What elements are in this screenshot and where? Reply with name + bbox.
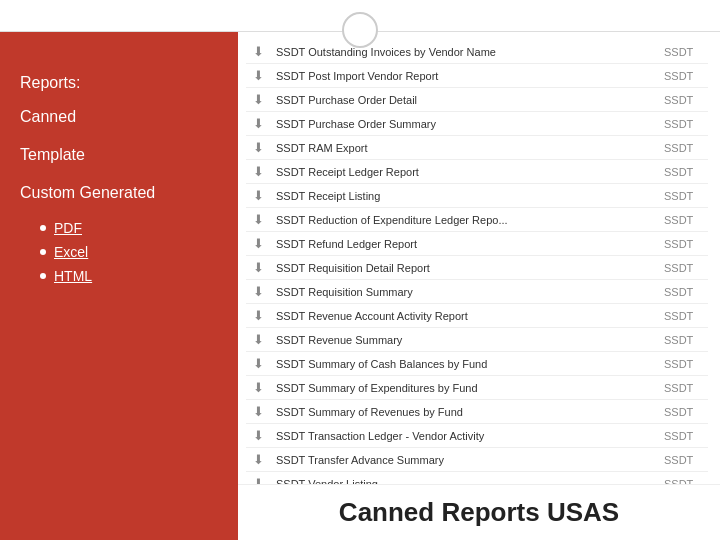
sidebar: Reports: Canned Template Custom Generate… xyxy=(0,32,238,540)
download-cell[interactable]: ⬇ xyxy=(246,376,270,400)
download-icon[interactable]: ⬇ xyxy=(253,44,264,59)
table-row: ⬇ SSDT Summary of Expenditures by Fund S… xyxy=(246,376,708,400)
report-name-cell: SSDT Transaction Ledger - Vendor Activit… xyxy=(270,424,658,448)
download-icon[interactable]: ⬇ xyxy=(253,140,264,155)
sidebar-sub-items: PDF Excel HTML xyxy=(0,212,238,292)
download-cell[interactable]: ⬇ xyxy=(246,352,270,376)
download-cell[interactable]: ⬇ xyxy=(246,208,270,232)
sidebar-sub-item-excel[interactable]: Excel xyxy=(30,240,238,264)
report-name-cell: SSDT Purchase Order Summary xyxy=(270,112,658,136)
table-row: ⬇ SSDT Reduction of Expenditure Ledger R… xyxy=(246,208,708,232)
download-icon[interactable]: ⬇ xyxy=(253,476,264,484)
report-name-cell: SSDT RAM Export xyxy=(270,136,658,160)
table-row: ⬇ SSDT Purchase Order Summary SSDT xyxy=(246,112,708,136)
download-icon[interactable]: ⬇ xyxy=(253,212,264,227)
download-icon[interactable]: ⬇ xyxy=(253,92,264,107)
download-cell[interactable]: ⬇ xyxy=(246,304,270,328)
report-source-cell: SSDT xyxy=(658,112,708,136)
report-name-cell: SSDT Post Import Vendor Report xyxy=(270,64,658,88)
sidebar-item-custom-generated[interactable]: Custom Generated xyxy=(0,174,238,212)
reports-label: Reports: xyxy=(0,62,238,98)
sidebar-item-canned[interactable]: Canned xyxy=(0,98,238,136)
download-icon[interactable]: ⬇ xyxy=(253,452,264,467)
report-source-cell: SSDT xyxy=(658,280,708,304)
download-cell[interactable]: ⬇ xyxy=(246,448,270,472)
download-icon[interactable]: ⬇ xyxy=(253,428,264,443)
bullet-icon xyxy=(40,225,46,231)
download-icon[interactable]: ⬇ xyxy=(253,332,264,347)
download-cell[interactable]: ⬇ xyxy=(246,400,270,424)
download-icon[interactable]: ⬇ xyxy=(253,284,264,299)
report-source-cell: SSDT xyxy=(658,304,708,328)
download-cell[interactable]: ⬇ xyxy=(246,232,270,256)
sidebar-sub-item-html[interactable]: HTML xyxy=(30,264,238,288)
download-icon[interactable]: ⬇ xyxy=(253,116,264,131)
report-source-cell: SSDT xyxy=(658,184,708,208)
report-source-cell: SSDT xyxy=(658,256,708,280)
report-name-cell: SSDT Revenue Summary xyxy=(270,328,658,352)
report-source-cell: SSDT xyxy=(658,352,708,376)
report-name-cell: SSDT Summary of Revenues by Fund xyxy=(270,400,658,424)
report-name-cell: SSDT Requisition Detail Report xyxy=(270,256,658,280)
table-row: ⬇ SSDT Outstanding Invoices by Vendor Na… xyxy=(246,40,708,64)
download-cell[interactable]: ⬇ xyxy=(246,88,270,112)
bottom-label-section: Canned Reports USAS xyxy=(238,484,720,540)
download-icon[interactable]: ⬇ xyxy=(253,260,264,275)
download-icon[interactable]: ⬇ xyxy=(253,188,264,203)
table-row: ⬇ SSDT Requisition Summary SSDT xyxy=(246,280,708,304)
report-source-cell: SSDT xyxy=(658,400,708,424)
report-source-cell: SSDT xyxy=(658,88,708,112)
download-icon[interactable]: ⬇ xyxy=(253,236,264,251)
sidebar-item-template[interactable]: Template xyxy=(0,136,238,174)
download-icon[interactable]: ⬇ xyxy=(253,404,264,419)
content-area: ⬇ SSDT Outstanding Invoices by Vendor Na… xyxy=(238,32,720,540)
table-row: ⬇ SSDT Transfer Advance Summary SSDT xyxy=(246,448,708,472)
top-bar-circle xyxy=(342,12,378,48)
report-name-cell: SSDT Purchase Order Detail xyxy=(270,88,658,112)
download-cell[interactable]: ⬇ xyxy=(246,424,270,448)
report-source-cell: SSDT xyxy=(658,208,708,232)
download-cell[interactable]: ⬇ xyxy=(246,112,270,136)
download-icon[interactable]: ⬇ xyxy=(253,68,264,83)
report-name-cell: SSDT Vendor Listing xyxy=(270,472,658,485)
download-cell[interactable]: ⬇ xyxy=(246,280,270,304)
report-name-cell: SSDT Requisition Summary xyxy=(270,280,658,304)
report-source-cell: SSDT xyxy=(658,448,708,472)
report-name-cell: SSDT Summary of Cash Balances by Fund xyxy=(270,352,658,376)
table-row: ⬇ SSDT Summary of Revenues by Fund SSDT xyxy=(246,400,708,424)
report-name-cell: SSDT Summary of Expenditures by Fund xyxy=(270,376,658,400)
report-source-cell: SSDT xyxy=(658,472,708,485)
report-source-cell: SSDT xyxy=(658,376,708,400)
download-cell[interactable]: ⬇ xyxy=(246,184,270,208)
bottom-label-title: Canned Reports USAS xyxy=(258,497,700,528)
table-row: ⬇ SSDT Refund Ledger Report SSDT xyxy=(246,232,708,256)
download-cell[interactable]: ⬇ xyxy=(246,40,270,64)
reports-table: ⬇ SSDT Outstanding Invoices by Vendor Na… xyxy=(246,40,708,484)
download-cell[interactable]: ⬇ xyxy=(246,160,270,184)
download-icon[interactable]: ⬇ xyxy=(253,356,264,371)
download-cell[interactable]: ⬇ xyxy=(246,472,270,485)
report-source-cell: SSDT xyxy=(658,328,708,352)
report-source-cell: SSDT xyxy=(658,64,708,88)
download-cell[interactable]: ⬇ xyxy=(246,256,270,280)
table-row: ⬇ SSDT Post Import Vendor Report SSDT xyxy=(246,64,708,88)
report-source-cell: SSDT xyxy=(658,160,708,184)
download-icon[interactable]: ⬇ xyxy=(253,308,264,323)
download-cell[interactable]: ⬇ xyxy=(246,64,270,88)
bullet-icon xyxy=(40,273,46,279)
report-source-cell: SSDT xyxy=(658,40,708,64)
sidebar-sub-item-pdf[interactable]: PDF xyxy=(30,216,238,240)
download-icon[interactable]: ⬇ xyxy=(253,164,264,179)
download-cell[interactable]: ⬇ xyxy=(246,328,270,352)
main-layout: Reports: Canned Template Custom Generate… xyxy=(0,32,720,540)
table-row: ⬇ SSDT Receipt Ledger Report SSDT xyxy=(246,160,708,184)
report-name-cell: SSDT Transfer Advance Summary xyxy=(270,448,658,472)
download-icon[interactable]: ⬇ xyxy=(253,380,264,395)
download-cell[interactable]: ⬇ xyxy=(246,136,270,160)
report-source-cell: SSDT xyxy=(658,136,708,160)
table-row: ⬇ SSDT Receipt Listing SSDT xyxy=(246,184,708,208)
report-name-cell: SSDT Reduction of Expenditure Ledger Rep… xyxy=(270,208,658,232)
report-source-cell: SSDT xyxy=(658,424,708,448)
table-row: ⬇ SSDT Requisition Detail Report SSDT xyxy=(246,256,708,280)
report-name-cell: SSDT Outstanding Invoices by Vendor Name xyxy=(270,40,658,64)
